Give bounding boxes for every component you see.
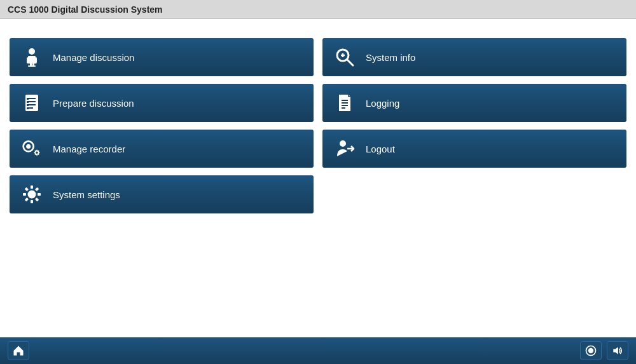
footer-right-controls [580,341,628,360]
svg-point-34 [340,140,346,147]
logout-button[interactable]: Logout [322,130,626,168]
system-settings-label: System settings [53,189,120,200]
svg-rect-15 [27,98,29,100]
svg-marker-48 [613,347,618,354]
volume-button[interactable] [607,341,628,360]
svg-rect-45 [35,198,39,201]
manage-discussion-icon [20,45,44,69]
manage-recorder-button[interactable]: Manage recorder [10,130,314,168]
record-icon [584,344,597,357]
prepare-discussion-label: Prepare discussion [53,98,134,109]
svg-point-47 [588,348,593,353]
svg-rect-38 [31,185,33,189]
svg-point-24 [26,144,31,149]
svg-point-0 [29,48,35,55]
svg-rect-16 [27,101,29,103]
svg-line-7 [347,60,353,65]
manage-recorder-icon [20,137,44,161]
logging-icon [333,91,357,115]
svg-rect-2 [27,57,37,64]
volume-icon [611,344,624,357]
logging-button[interactable]: Logging [322,84,626,122]
header: CCS 1000 Digital Discussion System [0,0,636,19]
svg-line-30 [35,151,36,151]
menu-grid: Manage discussion System info [6,32,630,220]
svg-line-32 [38,151,39,151]
svg-rect-1 [28,56,36,57]
svg-point-37 [29,191,35,198]
manage-discussion-label: Manage discussion [53,52,134,63]
svg-rect-43 [25,198,29,201]
svg-line-33 [35,154,36,154]
system-info-icon [333,45,357,69]
logout-icon [333,137,357,161]
prepare-discussion-icon [20,91,44,115]
svg-rect-44 [25,187,29,191]
svg-rect-5 [28,65,36,67]
footer [0,337,636,364]
svg-rect-17 [27,104,29,106]
svg-line-31 [38,154,39,154]
svg-rect-41 [38,193,41,196]
system-settings-icon [20,182,44,206]
logging-label: Logging [366,98,399,109]
system-settings-button[interactable]: System settings [10,175,314,213]
home-icon [12,344,25,357]
manage-recorder-label: Manage recorder [53,144,125,154]
record-button[interactable] [580,341,602,360]
logout-label: Logout [366,144,395,154]
main-content: Manage discussion System info [0,19,636,345]
app-title: CCS 1000 Digital Discussion System [8,4,163,15]
prepare-discussion-button[interactable]: Prepare discussion [10,84,314,122]
system-info-label: System info [366,52,415,63]
manage-discussion-button[interactable]: Manage discussion [10,38,314,76]
svg-rect-39 [31,200,33,203]
svg-rect-42 [35,187,39,191]
home-button[interactable] [8,341,29,360]
svg-rect-18 [27,107,29,109]
system-info-button[interactable]: System info [322,38,626,76]
svg-rect-40 [23,193,26,196]
